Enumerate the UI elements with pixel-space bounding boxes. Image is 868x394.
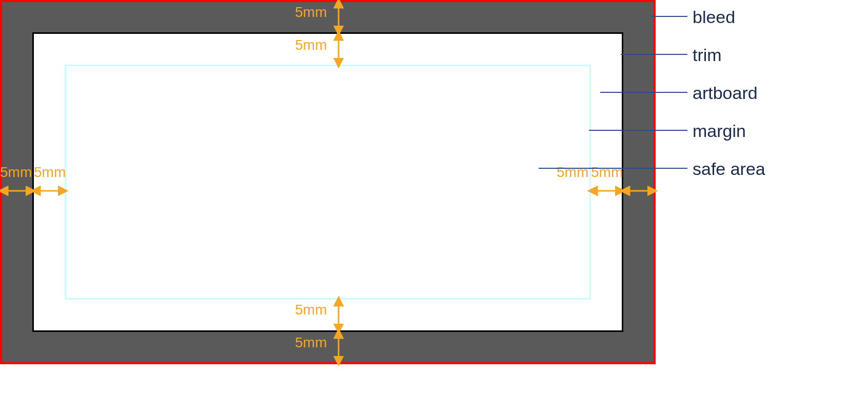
dim-bottom-outer: 5mm: [295, 334, 327, 351]
dim-left-outer: 5mm: [0, 164, 32, 181]
margin-box: [65, 65, 591, 300]
dim-top-outer: 5mm: [295, 4, 327, 21]
dim-left-inner: 5mm: [34, 164, 66, 181]
legend-trim: trim: [693, 45, 722, 65]
dim-right-inner: 5mm: [557, 164, 588, 181]
dim-right-outer: 5mm: [591, 164, 623, 181]
dim-bottom-inner: 5mm: [295, 302, 327, 318]
dim-top-inner: 5mm: [295, 37, 327, 53]
legend-artboard: artboard: [693, 83, 758, 103]
legend-margin: margin: [693, 121, 746, 141]
legend-bleed: bleed: [693, 7, 735, 27]
legend-safe: safe area: [693, 159, 765, 179]
diagram-canvas: 5mm 5mm 5mm 5mm 5mm 5mm 5mm 5mm bleed tr…: [0, 0, 868, 394]
